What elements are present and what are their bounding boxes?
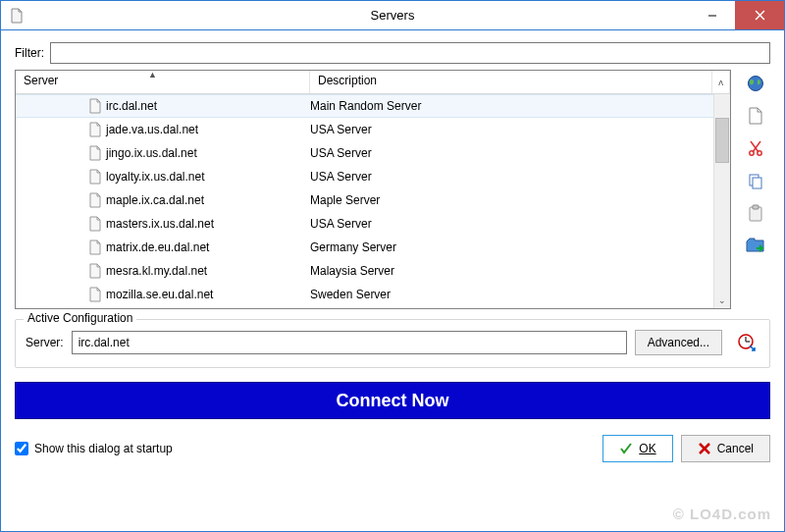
server-host: mesra.kl.my.dal.net: [104, 264, 310, 278]
page-icon: [86, 98, 104, 114]
app-icon: [9, 8, 25, 24]
connect-now-button[interactable]: Connect Now: [15, 382, 770, 419]
scroll-down-button[interactable]: ⌄: [714, 292, 730, 308]
server-field-input[interactable]: [72, 331, 627, 354]
server-row[interactable]: jade.va.us.dal.netUSA Server: [16, 118, 730, 141]
servers-dialog: Servers Filter: Server ▲ Description: [0, 0, 785, 532]
content-area: Filter: Server ▲ Description ʌ irc.dal.n…: [1, 30, 784, 531]
svg-point-7: [758, 151, 761, 155]
new-page-button[interactable]: [744, 104, 767, 128]
bottom-row: Show this dialog at startup OK Cancel: [15, 435, 770, 462]
startup-checkbox-wrap[interactable]: Show this dialog at startup: [15, 442, 173, 455]
window-title: Servers: [1, 8, 784, 23]
close-button[interactable]: [735, 1, 784, 29]
server-host: jade.va.us.dal.net: [104, 123, 310, 136]
server-row[interactable]: maple.ix.ca.dal.netMaple Server: [16, 188, 730, 212]
advanced-button[interactable]: Advanced...: [635, 330, 722, 355]
server-field-label: Server:: [26, 336, 64, 349]
page-icon: [86, 239, 104, 255]
server-desc: Sweden Server: [310, 288, 730, 301]
window-controls: [690, 1, 784, 29]
svg-rect-9: [753, 178, 761, 188]
ok-button[interactable]: OK: [602, 435, 672, 462]
server-desc: Germany Server: [310, 240, 730, 254]
cancel-button[interactable]: Cancel: [681, 435, 770, 462]
page-icon: [86, 192, 104, 208]
page-icon: [86, 169, 104, 185]
server-row[interactable]: loyalty.ix.us.dal.netUSA Server: [16, 165, 730, 188]
server-row[interactable]: matrix.de.eu.dal.netGermany Server: [16, 236, 730, 259]
page-icon: [86, 122, 104, 137]
server-desc: USA Server: [310, 146, 730, 160]
paste-button[interactable]: [744, 201, 767, 225]
svg-point-6: [750, 151, 754, 155]
scrollbar-thumb[interactable]: [715, 118, 729, 163]
server-row[interactable]: masters.ix.us.dal.netUSA Server: [16, 212, 730, 236]
page-icon: [86, 287, 104, 302]
filter-row: Filter:: [15, 42, 770, 64]
list-header: Server ▲ Description ʌ: [16, 71, 730, 94]
quick-connect-icon[interactable]: [734, 333, 759, 352]
side-toolbar: [741, 70, 770, 309]
server-desc: Main Random Server: [310, 99, 730, 113]
server-host: jingo.ix.us.dal.net: [104, 146, 310, 160]
main-row: Server ▲ Description ʌ irc.dal.netMain R…: [15, 70, 770, 309]
server-host: loyalty.ix.us.dal.net: [104, 170, 310, 184]
server-host: matrix.de.eu.dal.net: [104, 240, 310, 254]
vertical-scrollbar[interactable]: ⌄: [713, 94, 730, 308]
server-host: irc.dal.net: [104, 99, 310, 113]
server-desc: Maple Server: [310, 193, 730, 207]
page-icon: [86, 145, 104, 161]
sort-asc-icon: ▲: [148, 70, 157, 80]
server-row[interactable]: irc.dal.netMain Random Server: [16, 94, 730, 118]
server-desc: USA Server: [310, 217, 730, 231]
startup-checkbox[interactable]: [15, 442, 28, 455]
active-config-group: Active Configuration Server: Advanced...: [15, 319, 770, 368]
filter-input[interactable]: [50, 42, 770, 64]
svg-rect-11: [753, 205, 759, 209]
globe-button[interactable]: [744, 72, 767, 95]
server-host: maple.ix.ca.dal.net: [104, 193, 310, 207]
cut-button[interactable]: [744, 136, 767, 160]
server-desc: USA Server: [310, 170, 730, 184]
server-list: Server ▲ Description ʌ irc.dal.netMain R…: [15, 70, 731, 309]
page-icon: [86, 263, 104, 279]
x-icon: [698, 442, 711, 455]
active-config-legend: Active Configuration: [24, 311, 136, 325]
import-button[interactable]: [744, 234, 767, 257]
copy-button[interactable]: [744, 169, 767, 192]
page-icon: [86, 216, 104, 232]
column-description[interactable]: Description: [310, 71, 712, 93]
server-host: masters.ix.us.dal.net: [104, 217, 310, 231]
server-row[interactable]: mesra.kl.my.dal.netMalaysia Server: [16, 259, 730, 283]
server-row[interactable]: jingo.ix.us.dal.netUSA Server: [16, 141, 730, 165]
server-desc: USA Server: [310, 123, 730, 136]
dialog-buttons: OK Cancel: [602, 435, 770, 462]
server-host: mozilla.se.eu.dal.net: [104, 288, 310, 301]
server-row[interactable]: mozilla.se.eu.dal.netSweden Server: [16, 283, 730, 306]
scroll-up-button[interactable]: ʌ: [712, 71, 730, 93]
startup-checkbox-label: Show this dialog at startup: [34, 442, 173, 455]
server-desc: Malaysia Server: [310, 264, 730, 278]
minimize-button[interactable]: [690, 1, 735, 29]
filter-label: Filter:: [15, 46, 44, 60]
list-body: irc.dal.netMain Random Serverjade.va.us.…: [16, 94, 730, 308]
titlebar: Servers: [1, 1, 784, 30]
column-server[interactable]: Server ▲: [16, 71, 310, 93]
check-icon: [619, 442, 633, 455]
